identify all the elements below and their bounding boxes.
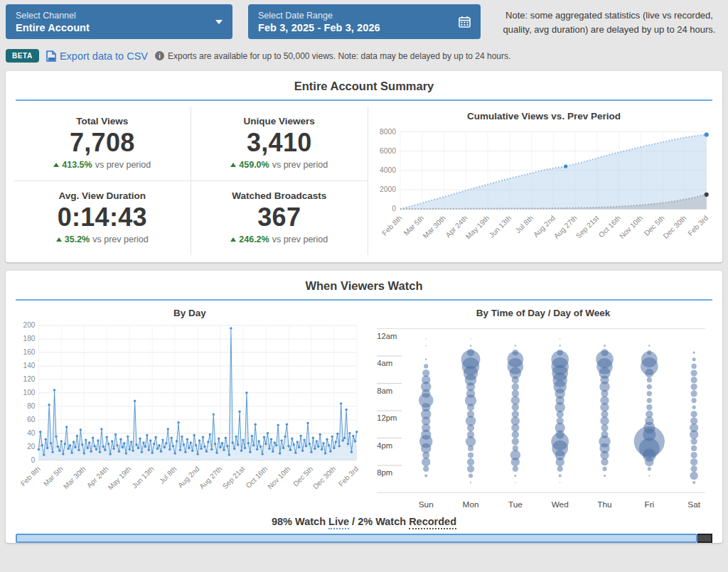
- svg-text:4pm: 4pm: [377, 441, 392, 450]
- by-day-chart-block: By Day 020406080100120140160180200Feb 8t…: [14, 303, 365, 512]
- summary-stats-grid: Total Views 7,708 413.5% vs prev period …: [14, 107, 368, 255]
- when-panel-title: When Viewers Watch: [6, 271, 722, 299]
- trend-up-icon: [230, 237, 236, 242]
- csv-file-icon: [46, 50, 56, 62]
- stat-label: Watched Broadcasts: [191, 190, 368, 201]
- svg-text:Aug 2nd: Aug 2nd: [176, 465, 200, 489]
- stat-avg-view-duration: Avg. View Duration 0:14:43 35.2% vs prev…: [14, 181, 191, 255]
- stat-label: Total Views: [14, 116, 191, 126]
- export-csv-link[interactable]: Export data to CSV: [46, 50, 148, 62]
- stat-delta-suffix: vs prev period: [272, 234, 328, 244]
- stat-label: Unique Viewers: [191, 116, 368, 126]
- stat-delta-suffix: vs prev period: [95, 160, 151, 170]
- svg-text:Jun 13th: Jun 13th: [131, 465, 156, 490]
- svg-text:Dec 30th: Dec 30th: [662, 214, 688, 240]
- svg-text:0: 0: [31, 456, 36, 464]
- summary-panel-title: Entire Account Summary: [6, 71, 722, 99]
- svg-text:Sep 21st: Sep 21st: [221, 465, 247, 490]
- stat-total-views: Total Views 7,708 413.5% vs prev period: [14, 107, 191, 181]
- svg-text:Tue: Tue: [508, 500, 523, 509]
- watch-live-bar-segment: [16, 534, 697, 543]
- svg-text:20: 20: [27, 443, 36, 450]
- stat-delta: 246.2%: [239, 234, 269, 244]
- watch-live-lead: 98% Watch: [272, 516, 328, 527]
- channel-select-label: Select Channel: [16, 11, 90, 21]
- by-time-chart-block: By Time of Day / Day of Week 12am4am8am1…: [365, 303, 715, 512]
- watch-split-separator: /: [349, 516, 358, 527]
- svg-text:4am: 4am: [377, 359, 392, 367]
- stat-delta: 459.0%: [239, 160, 269, 170]
- svg-text:120: 120: [23, 375, 36, 383]
- svg-text:May 19th: May 19th: [464, 214, 491, 241]
- date-range-button[interactable]: Select Date Range Feb 3, 2025 - Feb 3, 2…: [248, 4, 481, 39]
- svg-text:6000: 6000: [380, 147, 396, 155]
- by-day-chart-title: By Day: [14, 308, 365, 318]
- svg-text:Jul 8th: Jul 8th: [158, 465, 178, 485]
- cumulative-chart-title: Cumulative Views vs. Prev Period: [371, 111, 717, 122]
- stat-unique-viewers: Unique Viewers 3,410 459.0% vs prev peri…: [191, 107, 368, 181]
- svg-text:80: 80: [27, 402, 36, 410]
- stat-delta: 413.5%: [62, 160, 92, 170]
- stat-delta-suffix: vs prev period: [272, 160, 328, 170]
- stat-value: 3,410: [191, 128, 368, 158]
- analytics-page: Select Channel Entire Account Select Dat…: [0, 0, 728, 543]
- watch-split-text: 98% Watch Live / 2% Watch Recorded: [6, 516, 722, 527]
- when-viewers-watch-panel: When Viewers Watch By Day 02040608010012…: [6, 271, 722, 543]
- watch-live-term[interactable]: Live: [328, 516, 349, 529]
- svg-text:Sep 21st: Sep 21st: [574, 214, 600, 239]
- export-row: BETA Export data to CSV i Exports are av…: [6, 49, 722, 63]
- svg-text:12pm: 12pm: [377, 414, 397, 422]
- export-info-text: Exports are available for up to 50,000 v…: [168, 51, 510, 61]
- svg-text:60: 60: [27, 416, 36, 423]
- svg-text:Mon: Mon: [463, 500, 479, 509]
- svg-text:Mar 5th: Mar 5th: [42, 465, 65, 487]
- export-csv-label: Export data to CSV: [60, 50, 148, 62]
- svg-text:Nov 10th: Nov 10th: [618, 214, 644, 240]
- trend-up-icon: [53, 163, 59, 167]
- watch-recorded-bar-segment: [697, 534, 712, 543]
- stat-delta-suffix: vs prev period: [92, 234, 149, 244]
- svg-text:Dec 30th: Dec 30th: [311, 465, 337, 490]
- svg-text:200: 200: [23, 321, 36, 329]
- svg-text:100: 100: [23, 389, 36, 396]
- svg-text:Nov 10th: Nov 10th: [266, 465, 291, 490]
- svg-text:Oct 16th: Oct 16th: [245, 465, 269, 490]
- svg-text:Fri: Fri: [644, 500, 654, 509]
- by-day-chart: 020406080100120140160180200Feb 8thMar 5t…: [14, 320, 363, 504]
- watch-recorded-lead: 2% Watch: [358, 516, 409, 527]
- svg-text:Thu: Thu: [597, 500, 611, 509]
- svg-text:40: 40: [27, 429, 36, 437]
- svg-text:Feb 8th: Feb 8th: [19, 465, 42, 487]
- svg-text:Aug 27th: Aug 27th: [552, 214, 579, 240]
- trend-up-icon: [56, 237, 62, 242]
- calendar-icon: [459, 16, 471, 28]
- svg-text:Feb 3rd: Feb 3rd: [337, 465, 360, 487]
- svg-text:8000: 8000: [380, 128, 396, 136]
- by-time-chart-title: By Time of Day / Day of Week: [371, 308, 715, 318]
- svg-text:Sun: Sun: [419, 500, 434, 509]
- svg-text:May 19th: May 19th: [107, 465, 133, 491]
- svg-text:Dec 5th: Dec 5th: [291, 465, 314, 487]
- stat-value: 7,708: [14, 128, 191, 158]
- cumulative-views-chart-block: Cumulative Views vs. Prev Period 0200040…: [368, 107, 717, 255]
- channel-select-button[interactable]: Select Channel Entire Account: [6, 4, 232, 39]
- stat-value: 367: [191, 203, 368, 232]
- delay-note: Note: some aggregated statistics (live v…: [496, 4, 722, 36]
- stat-label: Avg. View Duration: [14, 190, 191, 201]
- svg-text:Sat: Sat: [687, 500, 700, 509]
- by-time-of-day-bubble-chart: 12am4am8am12pm4pm8pmSunMonTueWedThuFriSa…: [371, 320, 715, 512]
- chevron-down-icon: [215, 20, 223, 24]
- svg-text:8am: 8am: [377, 387, 392, 395]
- watch-recorded-term[interactable]: Recorded: [409, 516, 456, 529]
- date-range-value: Feb 3, 2025 - Feb 3, 2026: [258, 22, 380, 33]
- svg-text:140: 140: [23, 362, 36, 369]
- svg-text:Feb 3rd: Feb 3rd: [686, 214, 710, 237]
- cumulative-views-chart: 02000400060008000Feb 8thMar 5thMar 30thA…: [371, 123, 714, 254]
- svg-text:Jul 8th: Jul 8th: [514, 214, 535, 234]
- svg-text:Feb 8th: Feb 8th: [380, 214, 404, 237]
- stat-watched-broadcasts: Watched Broadcasts 367 246.2% vs prev pe…: [191, 181, 368, 255]
- svg-text:Mar 30th: Mar 30th: [422, 214, 448, 240]
- svg-text:2000: 2000: [380, 185, 396, 193]
- watch-split-bar: [16, 534, 712, 543]
- svg-text:Wed: Wed: [552, 500, 569, 509]
